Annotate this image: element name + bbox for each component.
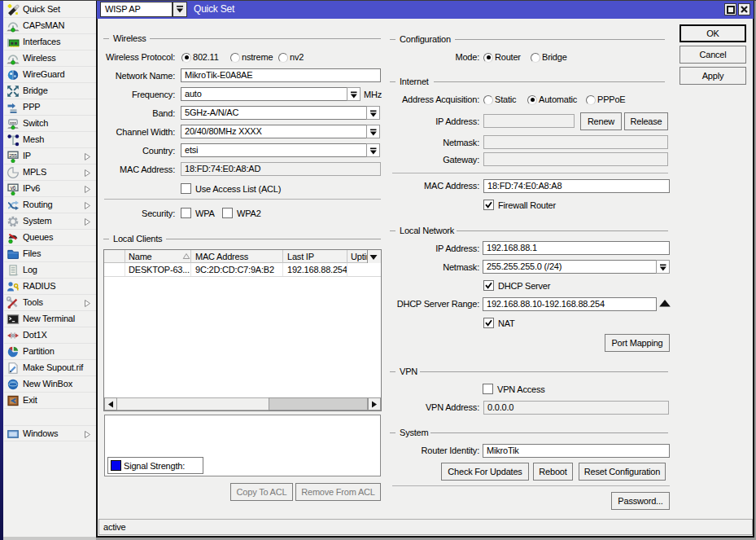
svg-text:v6: v6	[11, 185, 16, 191]
svg-text:255: 255	[9, 152, 17, 158]
